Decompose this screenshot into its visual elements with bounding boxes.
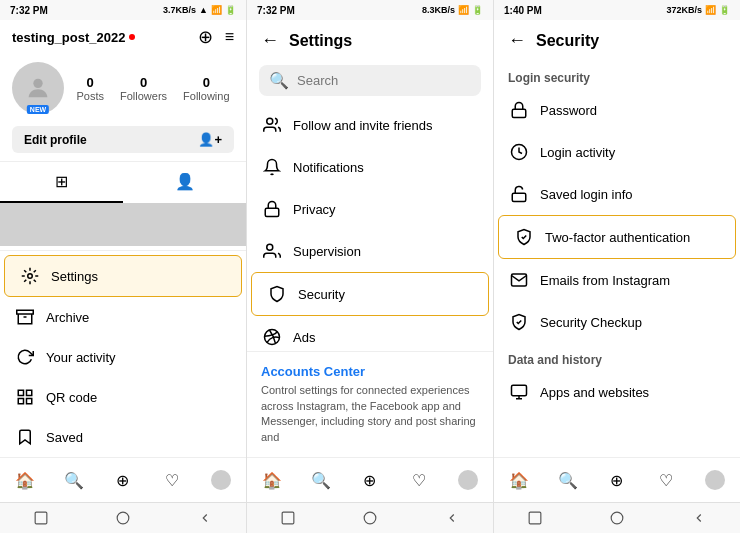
settings-panel: 7:32 PM 8.3KB/s 📶 🔋 ← Settings 🔍 Follow … — [247, 0, 494, 533]
home-nav-2[interactable]: 🏠 — [254, 466, 290, 494]
status-icons-1: 3.7KB/s ▲ 📶 🔋 — [163, 5, 236, 15]
security-item-two-factor[interactable]: Two-factor authentication — [498, 215, 736, 259]
bottom-nav-3: 🏠 🔍 ⊕ ♡ — [494, 457, 740, 502]
add-nav[interactable]: ⊕ — [105, 466, 141, 494]
search-icon: 🔍 — [269, 71, 289, 90]
security-list: Login security Password Login activity — [494, 61, 740, 457]
time-3: 1:40 PM — [504, 5, 542, 16]
svg-rect-27 — [529, 512, 541, 524]
android-circle[interactable] — [109, 509, 137, 527]
status-bar-2: 7:32 PM 8.3KB/s 📶 🔋 — [247, 0, 493, 20]
android-nav-2 — [247, 502, 493, 533]
android-back[interactable] — [191, 509, 219, 527]
menu-item-saved[interactable]: Saved — [0, 417, 246, 457]
android-back-3[interactable] — [685, 509, 713, 527]
android-nav-3 — [494, 502, 740, 533]
menu-item-activity[interactable]: Your activity — [0, 337, 246, 377]
security-icon — [266, 283, 288, 305]
security-item-saved-login[interactable]: Saved login info — [494, 173, 740, 215]
security-back-icon[interactable]: ← — [508, 30, 526, 51]
svg-point-1 — [28, 274, 33, 279]
android-back-2[interactable] — [438, 509, 466, 527]
settings-back-icon[interactable]: ← — [261, 30, 279, 51]
activity-icon — [14, 346, 36, 368]
edit-profile-button[interactable]: Edit profile 👤+ — [12, 126, 234, 153]
notifications-icon — [261, 156, 283, 178]
profile-tabs: ⊞ 👤 — [0, 161, 246, 203]
archive-icon — [14, 306, 36, 328]
svg-rect-9 — [265, 208, 279, 216]
android-nav-1 — [0, 502, 246, 533]
svg-rect-23 — [512, 193, 526, 201]
heart-nav[interactable]: ♡ — [154, 466, 190, 494]
ads-icon — [261, 326, 283, 348]
profile-nav[interactable] — [203, 466, 239, 494]
profile-content-area: Settings Archive Your activity — [0, 203, 246, 457]
add-post-icon[interactable]: ⊕ — [198, 26, 213, 48]
search-nav-3[interactable]: 🔍 — [550, 466, 586, 494]
search-input[interactable] — [297, 73, 471, 88]
divider — [0, 250, 246, 251]
svg-rect-21 — [512, 109, 526, 117]
settings-item-security[interactable]: Security — [251, 272, 489, 316]
status-bar-3: 1:40 PM 372KB/s 📶 🔋 — [494, 0, 740, 20]
profile-nav-2[interactable] — [450, 466, 486, 494]
login-security-section-label: Login security — [494, 61, 740, 89]
security-item-password[interactable]: Password — [494, 89, 740, 131]
status-icons-2: 8.3KB/s 📶 🔋 — [422, 5, 483, 15]
security-title: Security — [536, 32, 599, 50]
profile-nav-3[interactable] — [697, 466, 733, 494]
svg-rect-6 — [35, 512, 47, 524]
security-item-emails[interactable]: Emails from Instagram — [494, 259, 740, 301]
security-item-apps[interactable]: Apps and websites — [494, 371, 740, 413]
grid-tab[interactable]: ⊞ — [0, 162, 123, 203]
android-square-2[interactable] — [274, 509, 302, 527]
settings-item-supervision[interactable]: Supervision — [247, 230, 493, 272]
android-circle-3[interactable] — [603, 509, 631, 527]
accounts-center: Accounts Center Control settings for con… — [247, 351, 493, 457]
menu-item-qr[interactable]: QR code — [0, 377, 246, 417]
heart-nav-3[interactable]: ♡ — [648, 466, 684, 494]
svg-rect-3 — [27, 390, 32, 395]
svg-point-8 — [267, 118, 273, 124]
svg-point-10 — [267, 244, 273, 250]
android-circle-2[interactable] — [356, 509, 384, 527]
heart-nav-2[interactable]: ♡ — [401, 466, 437, 494]
saved-icon — [14, 426, 36, 448]
search-box[interactable]: 🔍 — [259, 65, 481, 96]
menu-item-archive[interactable]: Archive — [0, 297, 246, 337]
svg-point-7 — [117, 512, 129, 524]
home-nav[interactable]: 🏠 — [7, 466, 43, 494]
svg-point-20 — [364, 512, 376, 524]
qr-icon — [14, 386, 36, 408]
two-factor-icon — [513, 226, 535, 248]
header-icons: ⊕ ≡ — [198, 26, 234, 48]
profile-stats: NEW 0 Posts 0 Followers 0 Following — [0, 54, 246, 122]
android-square-3[interactable] — [521, 509, 549, 527]
menu-item-settings[interactable]: Settings — [4, 255, 242, 297]
apps-icon — [508, 381, 530, 403]
home-nav-3[interactable]: 🏠 — [501, 466, 537, 494]
add-nav-2[interactable]: ⊕ — [352, 466, 388, 494]
settings-item-ads[interactable]: Ads — [247, 316, 493, 351]
username: testing_post_2022 — [12, 30, 135, 45]
status-bar-1: 7:32 PM 3.7KB/s ▲ 📶 🔋 — [0, 0, 246, 20]
accounts-center-description: Control settings for connected experienc… — [261, 383, 479, 445]
settings-item-privacy[interactable]: Privacy — [247, 188, 493, 230]
settings-item-follow[interactable]: Follow and invite friends — [247, 104, 493, 146]
search-nav[interactable]: 🔍 — [56, 466, 92, 494]
menu-icon[interactable]: ≡ — [225, 28, 234, 46]
search-nav-2[interactable]: 🔍 — [303, 466, 339, 494]
edit-icon: 👤+ — [198, 132, 222, 147]
tag-tab[interactable]: 👤 — [123, 162, 246, 203]
add-nav-3[interactable]: ⊕ — [599, 466, 635, 494]
security-item-checkup[interactable]: Security Checkup — [494, 301, 740, 343]
android-square[interactable] — [27, 509, 55, 527]
svg-rect-4 — [18, 399, 23, 404]
svg-point-28 — [611, 512, 623, 524]
security-item-login-activity[interactable]: Login activity — [494, 131, 740, 173]
new-badge: NEW — [27, 105, 49, 114]
time-1: 7:32 PM — [10, 5, 48, 16]
accounts-center-title[interactable]: Accounts Center — [261, 364, 479, 379]
settings-item-notifications[interactable]: Notifications — [247, 146, 493, 188]
